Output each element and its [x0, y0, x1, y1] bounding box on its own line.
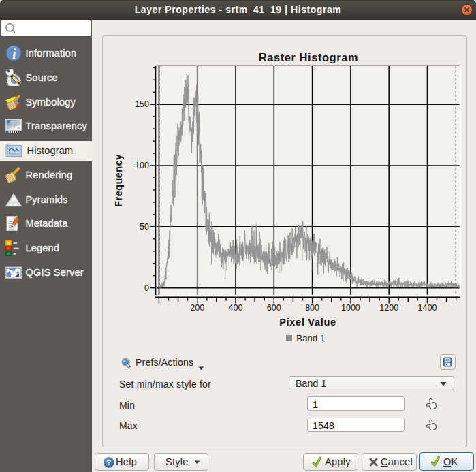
svg-text:800: 800 [305, 303, 319, 313]
svg-text:1200: 1200 [379, 303, 398, 313]
svg-text:Pixel Value: Pixel Value [279, 317, 336, 328]
svg-text:1400: 1400 [418, 303, 437, 313]
svg-text:?: ? [106, 458, 111, 467]
svg-text:150: 150 [135, 99, 149, 109]
svg-text:100: 100 [135, 161, 149, 170]
svg-text:Frequency: Frequency [113, 154, 124, 206]
svg-text:1000: 1000 [341, 303, 360, 313]
svg-text:50: 50 [140, 222, 149, 232]
svg-text:600: 600 [267, 303, 281, 313]
svg-text:200: 200 [190, 303, 204, 313]
svg-text:0: 0 [144, 283, 149, 293]
svg-text:400: 400 [229, 303, 243, 313]
